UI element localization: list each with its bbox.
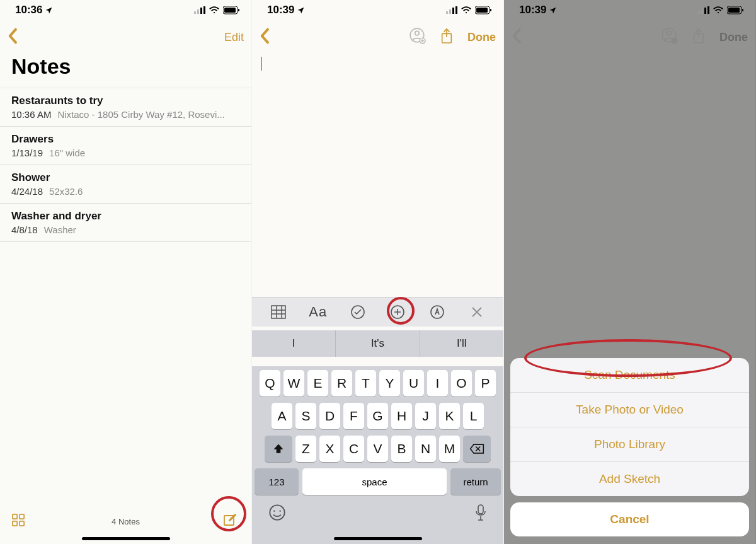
- return-key[interactable]: return: [450, 468, 501, 495]
- share-button: [692, 28, 706, 47]
- note-subtitle: 1/13/1916" wide: [11, 148, 240, 158]
- key-f[interactable]: F: [343, 403, 364, 429]
- location-arrow-icon: [549, 6, 557, 14]
- action-sheet-options: Scan Documents Take Photo or Video Photo…: [510, 358, 749, 496]
- collaborate-button: [662, 28, 678, 47]
- location-arrow-icon: [45, 6, 53, 14]
- back-button[interactable]: [8, 28, 19, 47]
- status-time: 10:36: [15, 4, 53, 16]
- status-time: 10:39: [519, 4, 557, 16]
- status-time-text: 10:36: [15, 4, 42, 16]
- backspace-icon: [469, 443, 484, 454]
- note-editor[interactable]: [252, 52, 503, 78]
- numbers-key[interactable]: 123: [255, 468, 299, 495]
- home-indicator[interactable]: [82, 537, 170, 540]
- emoji-key[interactable]: [268, 504, 286, 525]
- key-y[interactable]: Y: [379, 370, 400, 396]
- done-button[interactable]: Done: [467, 31, 496, 44]
- key-o[interactable]: O: [451, 370, 472, 396]
- add-attachment-button[interactable]: [389, 304, 406, 320]
- status-icons: [446, 6, 492, 14]
- format-button[interactable]: Aa: [310, 304, 326, 320]
- shift-key[interactable]: [265, 436, 292, 462]
- new-note-button[interactable]: [222, 512, 240, 530]
- share-button[interactable]: [440, 28, 454, 47]
- key-p[interactable]: P: [475, 370, 496, 396]
- done-button: Done: [719, 31, 748, 44]
- key-u[interactable]: U: [403, 370, 424, 396]
- space-key[interactable]: space: [302, 468, 447, 495]
- suggestion[interactable]: It's: [336, 330, 420, 357]
- key-b[interactable]: B: [391, 436, 412, 462]
- key-m[interactable]: M: [439, 436, 460, 462]
- scan-documents-option[interactable]: Scan Documents: [510, 358, 749, 393]
- svg-rect-13: [446, 11, 448, 14]
- battery-icon: [475, 6, 492, 14]
- note-time: 1/13/19: [11, 148, 43, 158]
- note-time: 4/8/18: [11, 224, 38, 235]
- compose-icon: [222, 512, 238, 528]
- table-button[interactable]: [270, 304, 287, 320]
- svg-point-31: [280, 511, 281, 512]
- screen-new-note: 10:39 Done Aa: [252, 0, 504, 544]
- note-title: Shower: [11, 171, 240, 184]
- nav-bar: Done: [252, 19, 503, 52]
- key-i[interactable]: I: [427, 370, 448, 396]
- key-j[interactable]: J: [415, 403, 436, 429]
- key-c[interactable]: C: [343, 436, 364, 462]
- screen-notes-list: 10:36 Edit Notes Restaraunts to try 10:3…: [0, 0, 252, 544]
- note-detail: 16" wide: [49, 148, 85, 158]
- markup-button[interactable]: [429, 304, 445, 320]
- photo-library-option[interactable]: Photo Library: [510, 427, 749, 462]
- notes-list: Restaraunts to try 10:36 AMNixtaco - 180…: [0, 88, 251, 242]
- close-toolbar-button[interactable]: [469, 304, 485, 320]
- dictation-key[interactable]: [474, 504, 487, 525]
- edit-button[interactable]: Edit: [224, 31, 244, 44]
- note-detail: 52x32.6: [49, 186, 83, 197]
- cancel-button[interactable]: Cancel: [510, 502, 749, 536]
- note-item[interactable]: Drawers 1/13/1916" wide: [0, 127, 251, 165]
- note-item[interactable]: Shower 4/24/1852x32.6: [0, 165, 251, 204]
- key-w[interactable]: W: [284, 370, 304, 396]
- note-item[interactable]: Restaraunts to try 10:36 AMNixtaco - 180…: [0, 88, 251, 127]
- note-title: Restaraunts to try: [11, 95, 240, 107]
- note-time: 10:36 AM: [11, 109, 51, 120]
- notes-count: 4 Notes: [29, 517, 222, 526]
- collaborate-button[interactable]: [410, 28, 426, 47]
- grid-icon: [11, 513, 25, 527]
- key-x[interactable]: X: [319, 436, 340, 462]
- key-t[interactable]: T: [355, 370, 376, 396]
- key-q[interactable]: Q: [260, 370, 280, 396]
- note-item[interactable]: Washer and dryer 4/8/18Washer: [0, 204, 251, 242]
- chevron-left-icon: [512, 28, 523, 44]
- key-s[interactable]: S: [295, 403, 316, 429]
- table-icon: [271, 305, 286, 319]
- checklist-button[interactable]: [350, 304, 366, 320]
- mic-icon: [474, 504, 487, 521]
- svg-rect-6: [224, 8, 236, 13]
- key-g[interactable]: G: [367, 403, 388, 429]
- key-n[interactable]: N: [415, 436, 436, 462]
- key-z[interactable]: Z: [295, 436, 316, 462]
- key-l[interactable]: L: [463, 403, 484, 429]
- key-r[interactable]: R: [331, 370, 352, 396]
- screen-action-sheet: 10:39 Done Scan Documents Take Photo or …: [504, 0, 756, 544]
- gallery-view-button[interactable]: [11, 513, 29, 530]
- home-indicator[interactable]: [334, 537, 422, 540]
- take-photo-video-option[interactable]: Take Photo or Video: [510, 393, 749, 427]
- backspace-key[interactable]: [463, 436, 491, 462]
- key-e[interactable]: E: [307, 370, 328, 396]
- note-subtitle: 4/8/18Washer: [11, 224, 240, 235]
- key-h[interactable]: H: [391, 403, 412, 429]
- suggestion[interactable]: I: [252, 330, 336, 357]
- add-sketch-option[interactable]: Add Sketch: [510, 462, 749, 496]
- keyboard-suggestions: I It's I'll: [252, 330, 503, 357]
- keyboard-toolbar: Aa: [252, 297, 503, 327]
- suggestion[interactable]: I'll: [420, 330, 503, 357]
- key-k[interactable]: K: [439, 403, 460, 429]
- person-add-icon: [410, 28, 426, 44]
- back-button[interactable]: [260, 28, 271, 47]
- key-a[interactable]: A: [272, 403, 292, 429]
- key-d[interactable]: D: [319, 403, 340, 429]
- key-v[interactable]: V: [367, 436, 388, 462]
